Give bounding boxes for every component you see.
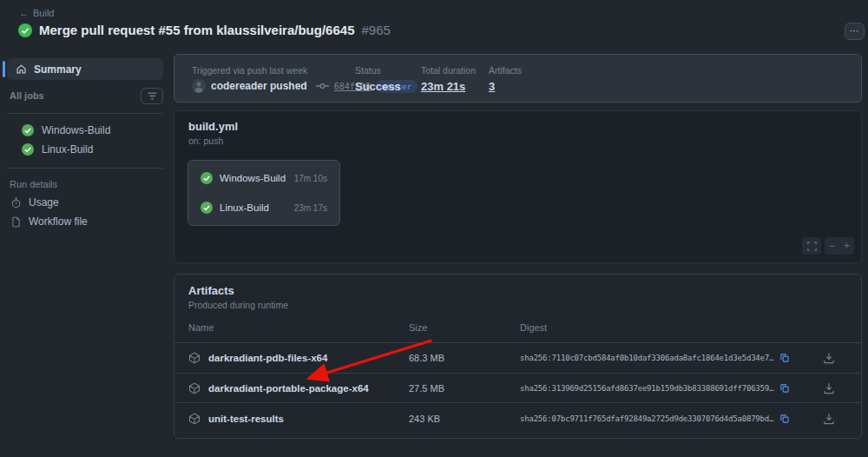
artifacts-title: Artifacts	[188, 284, 234, 297]
artifact-name-link[interactable]: darkradiant-portable-package-x64	[188, 382, 369, 394]
artifact-digest-cell: sha256:313969d25156afd8637ee91b159db3b83…	[520, 383, 790, 394]
workflow-file-name: build.yml	[188, 120, 238, 133]
active-indicator	[3, 61, 5, 77]
commit-icon	[316, 82, 329, 90]
back-label: Build	[33, 8, 54, 18]
package-icon	[188, 382, 201, 394]
graph-controls: − +	[802, 237, 854, 255]
sidebar-item-usage[interactable]: Usage	[0, 193, 170, 212]
home-icon	[16, 63, 27, 75]
status-column: Status Success	[355, 65, 401, 93]
sidebar-item-label: Workflow file	[29, 215, 88, 228]
graph-job-duration: 23m 17s	[294, 203, 327, 213]
artifacts-panel: Artifacts Produced during runtime Name S…	[174, 274, 862, 439]
copy-digest-button[interactable]	[779, 414, 790, 424]
sidebar-item-label: Summary	[34, 63, 82, 76]
column-header-size: Size	[409, 322, 427, 333]
avatar[interactable]	[192, 79, 206, 93]
workflow-graph-panel: build.yml on: push Windows-Build 17m 10s…	[174, 110, 862, 263]
duration-value[interactable]: 23m 21s	[421, 80, 476, 93]
duration-label: Total duration	[421, 65, 476, 76]
check-circle-icon	[201, 202, 213, 214]
run-details-heading: Run details	[0, 176, 170, 193]
sidebar-item-linux-build[interactable]: Linux-Build	[0, 140, 170, 159]
status-label: Status	[355, 65, 401, 76]
filter-jobs-button[interactable]	[141, 88, 163, 104]
column-header-digest: Digest	[520, 322, 547, 333]
kebab-menu-button[interactable]: ⋯	[845, 23, 865, 40]
graph-job-duration: 17m 10s	[294, 174, 327, 183]
package-icon	[188, 413, 201, 425]
artifact-digest: sha256:313969d25156afd8637ee91b159db3b83…	[520, 384, 773, 393]
package-icon	[188, 352, 201, 364]
page-title: Merge pull request #55 from klaussilveir…	[39, 23, 354, 37]
job-group-card: Windows-Build 17m 10s Linux-Build 23m 17…	[187, 160, 340, 226]
sidebar: Summary All jobs Windows-Build Linux-Bui…	[0, 54, 170, 231]
artifact-size: 243 KB	[409, 414, 440, 424]
all-jobs-header: All jobs	[7, 87, 163, 104]
duration-column: Total duration 23m 21s	[421, 65, 476, 93]
artifact-size: 68.3 MB	[409, 353, 444, 363]
actor-name: codereader pushed	[211, 80, 307, 92]
artifacts-column: Artifacts 3	[489, 65, 522, 93]
zoom-in-button[interactable]: +	[839, 237, 854, 255]
artifact-row: darkradiant-pdb-files-x64 68.3 MB sha256…	[174, 342, 861, 373]
run-title-row: Merge pull request #55 from klaussilveir…	[18, 23, 391, 37]
zoom-control-group: − +	[825, 237, 854, 255]
sidebar-item-summary[interactable]: Summary	[7, 58, 163, 80]
artifact-row: unit-test-results 243 KB sha256:07bc9711…	[174, 402, 861, 434]
workflow-trigger: on: push	[188, 136, 223, 146]
download-artifact-button[interactable]	[823, 352, 835, 364]
artifact-digest-cell: sha256:07bc9711f765dfaf92849a2725d9de330…	[520, 414, 790, 424]
copy-digest-button[interactable]	[779, 353, 790, 363]
artifact-row: darkradiant-portable-package-x64 27.5 MB…	[174, 373, 861, 402]
download-artifact-button[interactable]	[823, 413, 835, 425]
artifact-name: unit-test-results	[208, 414, 284, 424]
run-number: #965	[361, 23, 390, 37]
check-circle-icon	[201, 172, 213, 184]
graph-job-linux-build[interactable]: Linux-Build 23m 17s	[201, 202, 327, 214]
artifact-digest-cell: sha256:7110c07cbd584af0b10daf3306ada8afc…	[520, 353, 790, 363]
graph-job-name: Windows-Build	[220, 173, 287, 183]
all-jobs-label: All jobs	[7, 90, 44, 101]
back-arrow-icon: ←	[19, 8, 29, 18]
artifact-size: 27.5 MB	[409, 383, 444, 394]
fit-view-button[interactable]	[802, 237, 821, 255]
breadcrumb-back[interactable]: ← Build	[19, 8, 54, 18]
artifact-name-link[interactable]: darkradiant-pdb-files-x64	[188, 352, 327, 364]
artifacts-label: Artifacts	[489, 65, 522, 76]
job-label: Windows-Build	[42, 124, 110, 136]
artifact-digest: sha256:7110c07cbd584af0b10daf3306ada8afc…	[520, 354, 773, 362]
graph-job-windows-build[interactable]: Windows-Build 17m 10s	[201, 172, 327, 184]
artifact-name: darkradiant-pdb-files-x64	[208, 353, 327, 363]
artifacts-count[interactable]: 3	[489, 80, 522, 93]
fit-view-icon	[807, 242, 817, 251]
sidebar-item-windows-build[interactable]: Windows-Build	[0, 121, 170, 140]
download-artifact-button[interactable]	[823, 382, 835, 394]
artifacts-subtitle: Produced during runtime	[188, 300, 288, 310]
zoom-out-button[interactable]: −	[825, 237, 839, 255]
artifact-name-link[interactable]: unit-test-results	[188, 413, 284, 425]
filter-icon	[148, 92, 157, 100]
divider	[7, 168, 163, 169]
check-circle-icon	[22, 143, 34, 156]
run-summary-bar: Triggered via push last week codereader …	[174, 54, 862, 103]
kebab-icon: ⋯	[850, 25, 860, 36]
divider	[7, 113, 163, 114]
column-header-name: Name	[188, 322, 214, 333]
artifact-name: darkradiant-portable-package-x64	[208, 383, 369, 394]
artifact-digest: sha256:07bc9711f765dfaf92849a2725d9de330…	[520, 414, 773, 423]
check-circle-icon	[22, 124, 34, 136]
graph-job-name: Linux-Build	[220, 202, 287, 213]
workflow-file-icon	[10, 216, 22, 228]
sidebar-item-label: Usage	[29, 196, 59, 209]
status-value: Success	[355, 80, 401, 93]
copy-digest-button[interactable]	[779, 383, 790, 394]
sidebar-item-workflow-file[interactable]: Workflow file	[0, 212, 170, 231]
trigger-text: Triggered via push last week	[192, 65, 307, 76]
workflow-run-page: ← Build Merge pull request #55 from klau…	[0, 0, 868, 457]
check-circle-icon	[18, 23, 32, 37]
job-label: Linux-Build	[42, 143, 93, 156]
stopwatch-icon	[10, 197, 22, 209]
